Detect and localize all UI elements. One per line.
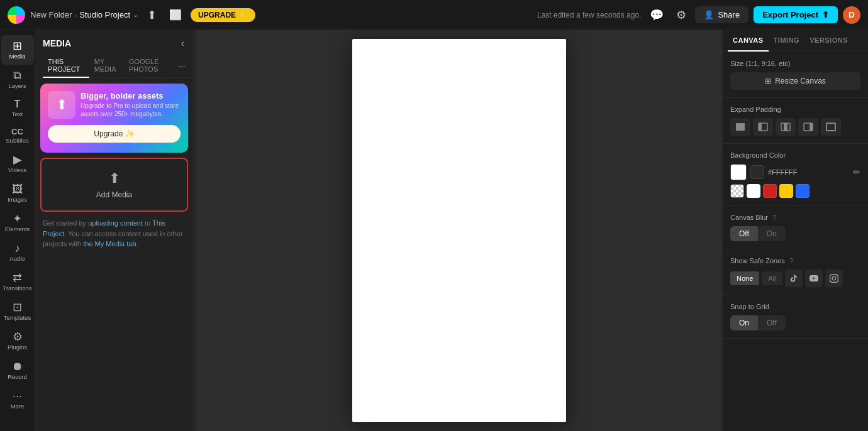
safe-zones-all[interactable]: All [762, 271, 782, 285]
sidebar-item-more[interactable]: ··· More [1, 385, 34, 415]
snap-to-grid-on[interactable]: On [730, 315, 758, 330]
comments-button[interactable]: 💬 [646, 6, 667, 25]
present-button[interactable]: ⬜ [165, 6, 186, 23]
safe-zones-none[interactable]: None [730, 271, 759, 285]
sidebar-item-templates[interactable]: ⊡ Templates [1, 297, 34, 326]
safe-zones-help-icon[interactable]: ? [789, 257, 793, 265]
svg-rect-0 [736, 123, 745, 131]
padding-full-button[interactable] [730, 118, 750, 136]
sidebar-item-label-text: Text [12, 111, 23, 117]
background-color-section: Background Color #FFFFFF ✏ [723, 144, 868, 206]
upgrade-label: UPGRADE [198, 11, 236, 19]
text-icon: T [14, 99, 21, 109]
export-icon: ⬆ [822, 10, 829, 19]
export-label: Export Project [762, 10, 818, 19]
sidebar-item-elements[interactable]: ✦ Elements [1, 208, 34, 237]
panel-more-button[interactable]: ··· [178, 61, 186, 71]
padding-border-button[interactable] [821, 118, 841, 136]
sidebar-item-images[interactable]: 🖼 Images [1, 178, 34, 208]
sidebar-item-transitions[interactable]: ⇄ Transitions [1, 267, 34, 297]
padding-left-button[interactable] [753, 118, 773, 136]
upgrade-card-button[interactable]: Upgrade ✨ [48, 125, 181, 143]
right-panel: CANVAS TIMING VERSIONS Size (1:1, 9:16, … [722, 30, 868, 431]
more-icon: ··· [13, 390, 22, 401]
sidebar-item-label-images: Images [8, 196, 27, 203]
sidebar-item-subtitles[interactable]: CC Subtitles [1, 123, 34, 149]
resize-canvas-button[interactable]: ⊞ Resize Canvas [730, 72, 860, 90]
snap-to-grid-off[interactable]: Off [758, 315, 786, 330]
avatar[interactable]: D [843, 6, 860, 24]
record-icon: ⏺ [12, 361, 23, 372]
sidebar-item-label-more: More [11, 403, 25, 410]
canvas-blur-help-icon[interactable]: ? [772, 214, 776, 221]
add-media-area[interactable]: ⬆ Add Media [40, 158, 188, 212]
media-panel: MEDIA ‹ THIS PROJECT MY MEDIA GOOGLE PHO… [35, 30, 194, 431]
settings-button[interactable]: ⚙ [672, 6, 690, 25]
sidebar-item-label-plugins: Plugins [8, 344, 27, 351]
canvas-blur-on[interactable]: On [758, 226, 786, 241]
add-media-label: Add Media [96, 190, 132, 199]
padding-center-button[interactable] [776, 118, 796, 136]
breadcrumb: New Folder › Studio Project ⌄ [30, 10, 138, 19]
sidebar-item-videos[interactable]: ▶ Videos [1, 149, 34, 178]
folder-name[interactable]: New Folder [30, 10, 72, 19]
status-text: Last edited a few seconds ago. [537, 11, 641, 19]
sidebar-item-audio[interactable]: ♪ Audio [1, 237, 34, 267]
elements-icon: ✦ [13, 213, 22, 224]
tab-timing[interactable]: TIMING [769, 30, 805, 52]
app-logo[interactable] [8, 6, 25, 24]
color-preset-blue[interactable] [796, 184, 810, 198]
color-preset-yellow[interactable] [779, 184, 793, 198]
color-swatch-black[interactable] [750, 165, 764, 179]
resize-canvas-label: Resize Canvas [775, 77, 826, 85]
resize-icon: ⊞ [765, 77, 771, 85]
panel-header: MEDIA ‹ [35, 30, 193, 54]
tab-this-project[interactable]: THIS PROJECT [43, 54, 89, 78]
color-preset-transparent[interactable] [730, 184, 744, 198]
upload-link[interactable]: uploading content [88, 219, 143, 227]
tab-versions[interactable]: VERSIONS [804, 30, 853, 52]
tab-my-media[interactable]: MY MEDIA [89, 54, 124, 78]
expand-padding-section: Expand Padding [723, 98, 868, 144]
audio-icon: ♪ [14, 243, 20, 254]
main-content: ⊞ Media ⧉ Layers T Text CC Subtitles ▶ V… [0, 30, 868, 431]
project-dropdown-chevron[interactable]: ⌄ [133, 11, 138, 19]
share-button[interactable]: 👤 Share [695, 6, 748, 23]
templates-icon: ⊡ [13, 302, 22, 313]
safe-zones-instagram[interactable] [825, 270, 843, 287]
canvas-area [196, 30, 722, 431]
tab-google-photos[interactable]: GOOGLE PHOTOS [124, 54, 178, 78]
upload-button[interactable]: ⬆ [143, 6, 160, 25]
canvas-blur-section: Canvas Blur ? Off On [723, 206, 868, 249]
color-preset-white[interactable] [747, 184, 760, 198]
padding-right-button[interactable] [798, 118, 818, 136]
color-edit-button[interactable]: ✏ [853, 167, 860, 177]
panel-collapse-button[interactable]: ‹ [180, 36, 186, 50]
sidebar-item-text[interactable]: T Text [1, 94, 34, 123]
panel-description: Get started by uploading content to This… [35, 218, 193, 256]
canvas-blur-toggle: Off On [730, 226, 786, 241]
my-media-link[interactable]: the My Media tab [83, 240, 136, 248]
safe-zones-youtube[interactable] [805, 270, 823, 287]
breadcrumb-chevron: › [74, 11, 77, 19]
layers-icon: ⧉ [13, 70, 21, 81]
sidebar-item-layers[interactable]: ⧉ Layers [1, 65, 34, 94]
color-preset-red[interactable] [763, 184, 777, 198]
svg-rect-2 [759, 123, 762, 131]
sidebar-item-plugins[interactable]: ⚙ Plugins [1, 326, 34, 356]
share-label: Share [718, 10, 740, 19]
color-swatch-white[interactable] [730, 164, 747, 180]
upgrade-button[interactable]: UPGRADE ⚡ [191, 8, 255, 22]
export-button[interactable]: Export Project ⬆ [754, 6, 838, 23]
svg-rect-6 [810, 123, 813, 131]
size-section-title: Size (1:1, 9:16, etc) [730, 60, 860, 67]
safe-zones-tiktok[interactable] [785, 270, 803, 287]
project-name[interactable]: Studio Project [79, 10, 130, 19]
sidebar-item-label-elements: Elements [5, 226, 30, 232]
canvas-white-surface[interactable] [352, 39, 566, 422]
tab-canvas[interactable]: CANVAS [728, 30, 769, 52]
sidebar-item-media[interactable]: ⊞ Media [1, 35, 34, 65]
sidebar-item-record[interactable]: ⏺ Record [1, 356, 34, 385]
upgrade-card-title: Bigger, bolder assets [81, 91, 181, 101]
canvas-blur-off[interactable]: Off [730, 226, 758, 241]
